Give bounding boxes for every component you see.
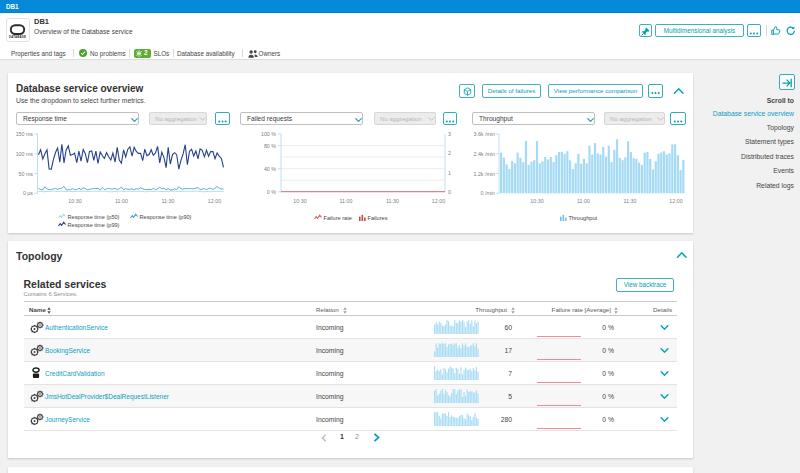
svg-text:12:00: 12:00 [208, 198, 221, 204]
svg-text:11:00: 11:00 [115, 198, 128, 204]
svg-text:12:00: 12:00 [432, 198, 445, 204]
svg-text:50 ms: 50 ms [19, 171, 34, 177]
svg-text:2: 2 [448, 150, 451, 156]
svg-text:10:30: 10:30 [530, 198, 543, 204]
svg-text:3: 3 [448, 131, 451, 137]
svg-text:100 ms: 100 ms [16, 151, 34, 157]
svg-text:11:30: 11:30 [386, 198, 399, 204]
svg-text:0 %: 0 % [267, 189, 276, 195]
svg-text:3.6k /min: 3.6k /min [474, 131, 496, 137]
svg-text:0 µs: 0 µs [23, 190, 33, 196]
svg-text:11:00: 11:00 [340, 198, 353, 204]
svg-text:10:30: 10:30 [68, 198, 81, 204]
svg-text:150 ms: 150 ms [16, 131, 34, 137]
svg-text:1.2k /min: 1.2k /min [474, 171, 496, 177]
svg-text:0 /min: 0 /min [481, 190, 495, 196]
svg-text:0: 0 [448, 189, 451, 195]
svg-text:2.4k /min: 2.4k /min [474, 151, 496, 157]
svg-text:80 %: 80 % [264, 143, 276, 149]
svg-text:100 %: 100 % [261, 131, 276, 137]
svg-text:11:30: 11:30 [624, 198, 637, 204]
svg-text:10:30: 10:30 [293, 198, 306, 204]
svg-text:11:00: 11:00 [577, 198, 590, 204]
svg-text:12:00: 12:00 [669, 198, 682, 204]
svg-text:1: 1 [448, 170, 451, 176]
svg-text:11:30: 11:30 [162, 198, 175, 204]
svg-text:40 %: 40 % [264, 166, 276, 172]
